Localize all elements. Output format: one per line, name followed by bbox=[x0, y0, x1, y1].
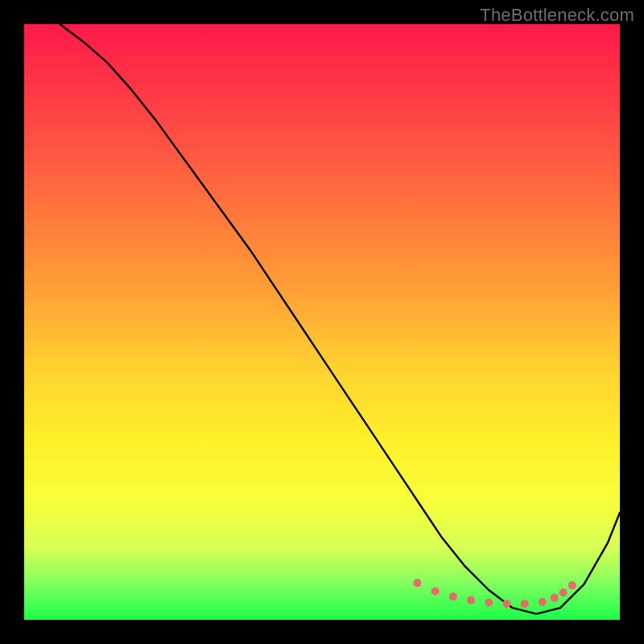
watermark-text: TheBottleneck.com bbox=[480, 5, 634, 26]
highlight-dot bbox=[431, 588, 440, 596]
highlight-dot bbox=[467, 597, 475, 605]
plot-area bbox=[24, 24, 620, 620]
highlight-dot bbox=[568, 581, 576, 589]
chart-svg bbox=[24, 24, 620, 620]
highlight-dot bbox=[502, 600, 510, 608]
highlight-dot bbox=[413, 579, 421, 587]
highlight-dot bbox=[521, 600, 529, 608]
chart-frame: TheBottleneck.com bbox=[0, 0, 644, 644]
highlight-dot bbox=[539, 598, 547, 606]
highlight-dot bbox=[551, 594, 559, 602]
bottleneck-curve bbox=[60, 24, 620, 614]
highlight-dot bbox=[449, 592, 457, 601]
highlight-dot bbox=[559, 588, 568, 597]
highlight-dot bbox=[485, 599, 493, 607]
